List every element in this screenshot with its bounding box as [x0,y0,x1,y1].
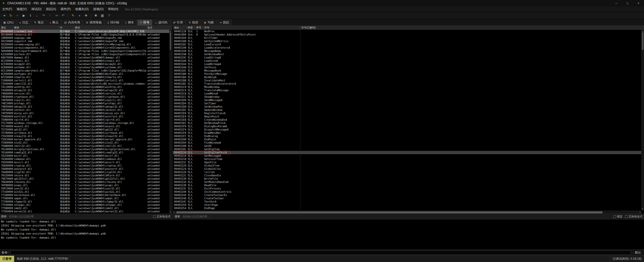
table-row[interactable]: 74E80000cryptbase.dll系统模块C:\windows\SysW… [0,95,172,99]
table-row[interactable]: 004031B0导入PostQuitMessage [173,72,644,76]
table-row[interactable]: 00403188导入GetSystemMetrics [173,40,644,43]
table-row[interactable]: 004031D8导入SetWindowPos [173,105,644,108]
table-row[interactable]: 00403240导入InitCommonControls [173,190,644,193]
open-file-icon[interactable]: ➜ [1,13,7,18]
menu-item[interactable]: 文件(F) [0,7,14,12]
table-row[interactable]: 750B0000rpcrt4.dll系统模块C:\windows\SysWOW6… [0,118,172,121]
table-row[interactable]: 00403228导入lstrlen [173,171,644,174]
run-to-cursor-icon[interactable]: ⇒ [54,13,60,18]
column-header[interactable]: 基址 [0,26,13,29]
calculator-icon[interactable]: ▦ [99,13,105,18]
table-row[interactable]: 73440000comctl32.dll系统模块C:\windows\WinSx… [0,82,172,85]
table-row[interactable]: 76EA0000clbcatq.dll系统模块C:\windows\SysWOW… [0,180,172,184]
table-row[interactable]: 00403184导入KillTimer [173,36,644,40]
table-row[interactable]: 0040321C导入OpenFile [173,161,644,164]
table-row[interactable]: 75060000wintrust.dll系统模块C:\windows\SysWO… [0,115,172,118]
table-row[interactable]: 77180000kernelbase.dll系统模块C:\windows\Sys… [0,193,172,197]
table-row[interactable]: 004031DC导入UpdateWindow [173,108,644,112]
restart-icon[interactable]: ↻ [8,13,14,18]
table-row[interactable]: 004031E8导入CreateWindowExA [173,118,644,121]
tab-breakpoints[interactable]: ●断点 [47,19,61,25]
tab-log[interactable]: ≡日志 [17,19,31,25]
table-row[interactable]: 74D60000version.dll系统模块C:\windows\SysWOW… [0,92,172,95]
table-row[interactable]: 76140000bcryptprimitives.dll系统模块C:\windo… [0,148,172,151]
command-input[interactable] [10,250,631,255]
table-row[interactable]: 00403230导入WriteFile [173,177,644,180]
menu-item[interactable]: 选项(O) [91,7,106,12]
table-row[interactable]: 00403200导入EndPaint [173,138,644,141]
tab-threads[interactable]: ↯线程 [186,19,201,25]
table-row[interactable]: 00403234导入GetModuleHandleA [173,180,644,184]
table-row[interactable]: 6CC10000sangforudprotect.dll用户模块C:\Progr… [0,69,172,72]
table-row[interactable]: 00403244导入CreateToolbarEx [173,193,644,197]
table-row[interactable]: 75750000gdi32.dll系统模块C:\windows\SysWOW64… [0,128,172,131]
close-process-icon[interactable]: × [14,13,20,18]
menu-item[interactable]: 收藏夹(O) [73,7,91,12]
tab-notes[interactable]: ✎笔记 [31,19,46,25]
table-row[interactable]: 004031E4导入BeginPaint [173,115,644,118]
table-row[interactable]: 5D940000textinputframework.dll用户模块C:\Pro… [0,49,172,53]
table-row[interactable]: 759C0000kernel.appcore.dll系统模块C:\windows… [0,138,172,141]
tab-seh[interactable]: §SEH链 [105,19,122,25]
table-row[interactable]: 74EE0000advapi32.dll系统模块C:\windows\SysWO… [0,105,172,108]
table-row[interactable]: 004031A4导入LoadBitmapA [173,62,644,66]
tab-cpu[interactable]: ▣CPU [1,19,16,25]
table-row[interactable]: 00403194导入MessageBeep [173,49,644,53]
table-row[interactable]: 004031AC导入MessageBoxA [173,69,644,72]
table-row[interactable]: 76FB0000psapi.dll系统模块C:\windows\SysWOW64… [0,184,172,187]
table-row[interactable]: 004031A8导入SetFocus [173,66,644,69]
table-row[interactable]: 6C590000msimg32.dll系统模块C:\windows\SysWOW… [0,62,172,66]
tab-handles[interactable]: ◉句柄 [201,19,217,25]
table-row[interactable]: 6CB40000uxtheme.dll系统模块C:\windows\SysWOW… [0,66,172,69]
table-row[interactable]: 74110000winhttp.dll系统模块C:\windows\SysWOW… [0,85,172,89]
table-row[interactable]: 761A0000comdlg32.dll系统模块C:\windows\SysWO… [0,151,172,154]
table-row[interactable]: 004031F8导入DrawMenuBar [173,131,644,135]
table-row[interactable]: 00403204导入FindWindowA [173,141,644,144]
table-row[interactable]: 00403238导入ReadFile [173,184,644,187]
scroll-left-icon[interactable]: ◂ [174,211,175,214]
table-row[interactable]: 759D0000ole32.dll系统模块C:\windows\SysWOW64… [0,141,172,144]
tab-source[interactable]: ‹›源代码 [152,19,170,25]
step-over-icon[interactable]: ↷ [41,13,47,18]
table-row[interactable]: 00403248导入CreateToolbar [173,197,644,200]
table-row[interactable]: 6F250000ntmarta.dll系统模块C:\windows\SysWOW… [0,76,172,79]
scrollbar-thumb[interactable] [176,211,602,213]
table-row[interactable]: 10000000sogoupy.ime系统模块C:\windows\SysWOW… [0,36,172,40]
step-back-icon[interactable]: ↶ [60,13,66,18]
trace-icon[interactable]: ● [76,13,83,18]
menu-item[interactable]: 帮助(H) [106,7,121,12]
table-row[interactable]: 00403220导入GlobalFree [173,164,644,167]
regex-checkbox[interactable] [625,215,628,218]
inject-icon[interactable]: ✚ [83,13,89,18]
maximize-button[interactable]: □ [622,0,633,7]
run-icon[interactable]: ▶ [21,13,27,18]
table-row[interactable]: 004031F4导入DispatchMessageA [173,128,644,131]
lock-checkbox[interactable] [614,215,616,218]
table-row[interactable]: 004031B8导入InvalidateRect [173,79,644,82]
table-row[interactable]: 775B0000imm32.dll系统模块C:\windows\SysWOW64… [0,207,172,210]
modules-vertical-scrollbar[interactable]: ▴ ▾ [169,30,172,214]
table-row[interactable]: 0040318C导入LoadCursorA [173,43,644,46]
scrollbar-thumb[interactable] [170,32,171,50]
table-row[interactable]: 75780000ucrtbase.dll系统模块C:\windows\SysWO… [0,131,172,135]
column-header[interactable]: 类型 [187,26,195,29]
table-row[interactable]: 68A70000dwmapi.dll系统模块C:\windows\SysWOW6… [0,56,172,59]
table-row[interactable]: 71000000iertutil.dll系统模块C:\windows\SysWO… [0,79,172,82]
menu-item[interactable]: 视图(V) [14,7,29,12]
table-row[interactable]: 74E90000sspicli.dll系统模块C:\windows\SysWOW… [0,99,172,102]
table-row[interactable]: 75740000msasn1.dll系统模块C:\windows\SysWOW6… [0,125,172,128]
column-header[interactable]: 方 [59,26,74,29]
table-row[interactable]: 766A0000cryptsp.dll系统模块C:\windows\SysWOW… [0,164,172,167]
menu-item[interactable]: 调试(D) [29,7,44,12]
patch-icon[interactable]: ✎ [70,13,76,18]
table-row[interactable]: 5D150000sogoutsf.ime系统模块C:\windows\SysWO… [0,40,172,43]
close-button[interactable]: × [633,0,644,7]
tab-memory-map[interactable]: ▤内存布局 [61,19,83,25]
table-row[interactable]: 004031D0导入SendMessageA [173,99,644,102]
scroll-down-icon[interactable]: ▾ [169,211,172,214]
table-row[interactable]: 76360000combase.dll系统模块C:\windows\SysWOW… [0,157,172,161]
table-row[interactable]: 00400000crackme2.exe用户模块C:\Users\ppoh\De… [0,30,172,33]
table-row[interactable]: 004031A0导入LoadIconA [173,59,644,62]
table-row[interactable]: 004031EC导入DefWindowProcA [173,121,644,125]
table-row[interactable]: 6C250000oleacc.dll系统模块C:\windows\SysWOW6… [0,59,172,62]
